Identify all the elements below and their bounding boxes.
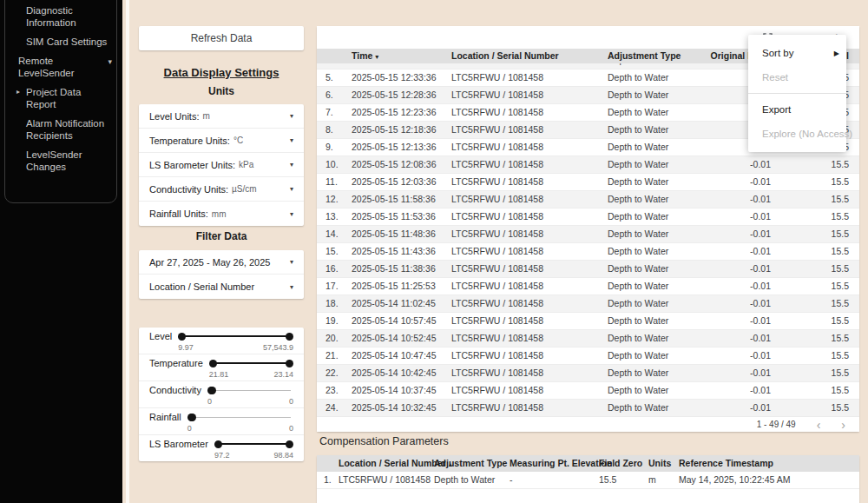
table-row[interactable]: 18. 2025-05-14 11:02:45 LTC5RFWU / 10814… (317, 295, 859, 313)
menu-item-sort-by[interactable]: Sort by ▶ (748, 41, 846, 65)
slider-handle-max[interactable] (286, 440, 293, 448)
compensation-table-row[interactable]: 1. LTC5RFWU / 1081458 Depth to Water - 1… (317, 472, 859, 489)
slider-handle-min[interactable] (214, 440, 222, 448)
dropdown-row[interactable]: Location / Serial Number ▾ (139, 275, 304, 299)
slider-track[interactable] (209, 359, 293, 367)
slider-min-value: 9.97 (178, 343, 194, 352)
slider-track[interactable] (187, 413, 293, 421)
cell-time: 2025-05-15 12:08:36 (352, 156, 437, 173)
pagination-next-icon[interactable]: › (841, 419, 845, 431)
comp-cell-reference-timestamp: May 14, 2025, 10:22:45 AM (679, 472, 790, 488)
cell-adjustment-type: Depth to Water (608, 226, 668, 242)
slider-handle-min[interactable] (209, 360, 217, 367)
cell-time: 2025-05-15 12:28:36 (352, 87, 437, 103)
menu-item-label: Reset (762, 72, 788, 83)
table-row[interactable]: 13. 2025-05-15 11:53:36 LTC5RFWU / 10814… (317, 208, 859, 226)
slider-handle-max[interactable] (188, 414, 196, 421)
dropdown-label: LS Barometer Units: (149, 160, 235, 170)
comp-column-field-zero[interactable]: Field Zero (599, 455, 642, 472)
cell-time: 2025-05-15 12:18:36 (352, 122, 437, 138)
sidebar-item-project-data-report[interactable]: ▸ Project Data Report (0, 86, 122, 110)
column-header-time[interactable]: Time▾ (352, 49, 378, 64)
nav-expanded-caret-icon[interactable]: ▾ (108, 56, 112, 68)
table-row[interactable]: 16. 2025-05-15 11:38:36 LTC5RFWU / 10814… (317, 261, 859, 278)
cell-time: 2025-05-14 10:57:45 (352, 313, 437, 329)
sidebar-item-remote-levelsender[interactable]: Remote LevelSender ▾ (0, 55, 122, 79)
dropdown-caret-icon[interactable]: ▾ (290, 136, 293, 144)
cell-adjustment-type: Depth to Water (608, 69, 668, 86)
cell-original-level: -0.01 (664, 191, 771, 208)
table-row[interactable]: 20. 2025-05-14 10:52:45 LTC5RFWU / 10814… (317, 330, 859, 347)
slider-handle-max[interactable] (286, 333, 293, 341)
cell-level: 15.5 (779, 382, 849, 399)
table-row[interactable]: 22. 2025-05-14 10:42:45 LTC5RFWU / 10814… (317, 365, 859, 382)
cell-time: 2025-05-14 11:02:45 (352, 295, 436, 312)
row-number: 6. (326, 87, 333, 103)
menu-item-explore-no-access-[interactable]: Explore (No Access) (748, 122, 846, 146)
dropdown-row[interactable]: Conductivity Units: µS/cm ▾ (139, 177, 304, 202)
cell-location-serial: LTC5RFWU / 1081458 (451, 174, 543, 190)
table-row[interactable]: 15. 2025-05-15 11:43:36 LTC5RFWU / 10814… (317, 243, 859, 261)
sidebar-item-levelsender-changes[interactable]: LevelSender Changes (0, 149, 122, 173)
sidebar-item-alarm-notification-recipients[interactable]: Alarm Notification Recipients (0, 117, 122, 142)
cell-adjustment-type: Depth to Water (608, 174, 668, 190)
refresh-data-button[interactable]: Refresh Data (139, 26, 304, 50)
cell-time: 2025-05-14 10:32:45 (352, 400, 437, 416)
table-row[interactable]: 21. 2025-05-14 10:47:45 LTC5RFWU / 10814… (317, 347, 859, 365)
slider-track[interactable] (214, 440, 293, 448)
table-row[interactable]: 11. 2025-05-15 12:03:36 LTC5RFWU / 10814… (317, 174, 859, 191)
sidebar-item-label: Project Data Report (26, 86, 108, 110)
menu-item-export[interactable]: Export (748, 97, 846, 122)
column-header-location[interactable]: Location / Serial Number (451, 49, 559, 63)
comp-column-measuring-elevation[interactable]: Measuring Pt. Elevation (510, 455, 612, 472)
cell-location-serial: LTC5RFWU / 1081458 (451, 347, 543, 364)
dropdown-caret-icon[interactable]: ▾ (290, 185, 293, 193)
cell-time: 2025-05-15 11:25:53 (352, 278, 436, 295)
table-row[interactable]: 12. 2025-05-15 11:58:36 LTC5RFWU / 10814… (317, 191, 859, 208)
table-row[interactable]: 23. 2025-05-14 10:37:45 LTC5RFWU / 10814… (317, 382, 859, 400)
dropdown-caret-icon[interactable]: ▾ (290, 258, 293, 266)
table-row[interactable]: 24. 2025-05-14 10:32:45 LTC5RFWU / 10814… (317, 400, 859, 417)
sidebar-item-diagnostic-information[interactable]: Diagnostic Information (0, 4, 122, 29)
cell-adjustment-type: Depth to Water (608, 365, 668, 381)
table-row[interactable]: 10. 2025-05-15 12:08:36 LTC5RFWU / 10814… (317, 156, 859, 174)
table-row[interactable]: 14. 2025-05-15 11:48:36 LTC5RFWU / 10814… (317, 226, 859, 243)
pagination-range: 1 - 49 / 49 (757, 420, 796, 429)
sidebar-item-sim-card-settings[interactable]: SIM Card Settings (0, 36, 122, 48)
comp-column-reference-timestamp[interactable]: Reference Timestamp (679, 455, 773, 472)
comp-column-units[interactable]: Units (648, 455, 671, 472)
dropdown-row[interactable]: Temperature Units: °C ▾ (139, 129, 304, 153)
comp-column-adjustment[interactable]: Adjustment Type (434, 455, 507, 472)
menu-item-reset[interactable]: Reset (748, 65, 846, 89)
slider-line (210, 390, 291, 391)
slider-row-temperature: Temperature 21.81 23.14 (139, 354, 304, 381)
slider-handle-max[interactable] (208, 387, 216, 394)
cell-location-serial: LTC5RFWU / 1081458 (451, 243, 543, 260)
cell-location-serial: LTC5RFWU / 1081458 (451, 278, 543, 295)
menu-item-label: Export (762, 104, 791, 115)
cell-level: 15.5 (779, 243, 849, 260)
dropdown-row[interactable]: Level Units: m ▾ (139, 104, 304, 129)
cell-level: 15.5 (779, 174, 849, 190)
cell-level: 15.5 (779, 295, 849, 312)
pagination-prev-icon[interactable]: ‹ (817, 419, 821, 431)
dropdown-caret-icon[interactable]: ▾ (290, 210, 293, 218)
slider-track[interactable] (178, 332, 293, 341)
dropdown-caret-icon[interactable]: ▾ (290, 112, 293, 120)
table-row[interactable]: 19. 2025-05-14 10:57:45 LTC5RFWU / 10814… (317, 313, 859, 330)
cell-location-serial: LTC5RFWU / 1081458 (451, 156, 543, 173)
nav-collapsed-arrow-icon[interactable]: ▸ (16, 86, 20, 98)
table-row[interactable]: 17. 2025-05-15 11:25:53 LTC5RFWU / 10814… (317, 278, 859, 295)
dropdown-row[interactable]: Rainfall Units: mm ▾ (139, 202, 304, 226)
dropdown-row[interactable]: LS Barometer Units: kPa ▾ (139, 153, 304, 177)
slider-handle-max[interactable] (286, 360, 293, 367)
dropdown-caret-icon[interactable]: ▾ (290, 161, 293, 169)
slider-track[interactable] (207, 386, 293, 394)
cell-original-level: -0.01 (664, 261, 771, 277)
dropdown-caret-icon[interactable]: ▾ (290, 283, 293, 291)
slider-handle-min[interactable] (178, 333, 186, 341)
table-pagination: 1 - 49 / 49 ‹ › (317, 417, 859, 432)
cell-time: 2025-05-14 10:42:45 (352, 365, 437, 381)
dropdown-row[interactable]: Apr 27, 2025 - May 26, 2025 ▾ (139, 250, 304, 275)
slider-values: 97.2 98.84 (214, 451, 293, 460)
